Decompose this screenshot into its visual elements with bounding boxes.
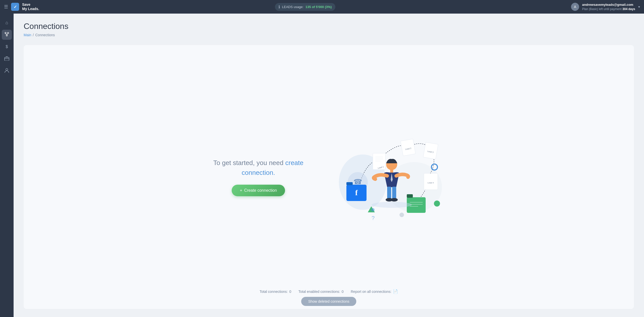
- svg-text:?: ?: [372, 215, 375, 221]
- create-btn-label: Create connection: [244, 188, 277, 193]
- plus-icon: +: [240, 188, 242, 193]
- svg-point-8: [339, 154, 387, 210]
- info-icon: ℹ: [278, 5, 280, 9]
- hamburger-icon[interactable]: ☰: [4, 4, 8, 10]
- svg-text:f: f: [355, 188, 358, 197]
- breadcrumb: Main / Connections: [24, 33, 634, 37]
- svg-point-14: [348, 172, 368, 192]
- main-card: To get started, you need create connecti…: [24, 45, 634, 309]
- usage-label: LEADS usage:: [282, 5, 303, 9]
- svg-point-1: [8, 32, 9, 33]
- svg-text:Lead 2: Lead 2: [405, 147, 412, 150]
- svg-text:Lead 3: Lead 3: [427, 150, 434, 153]
- app-layout: ⌂ $: [0, 14, 644, 317]
- svg-point-0: [5, 32, 6, 33]
- sidebar-item-connections[interactable]: [2, 30, 12, 40]
- svg-text:Lead 4: Lead 4: [428, 182, 434, 184]
- show-deleted-container: Show deleted connections: [301, 293, 356, 306]
- cta-prefix: To get started, you need: [213, 159, 284, 167]
- svg-rect-26: [423, 142, 438, 159]
- navbar-center: ℹ LEADS usage: 135 of 5'000 (3%): [275, 3, 335, 11]
- logo-check-icon: ✓: [14, 5, 17, 9]
- svg-point-41: [386, 198, 393, 202]
- avatar: A: [571, 3, 579, 11]
- logo-text: Save My Leads.: [22, 3, 39, 11]
- svg-point-7: [6, 68, 8, 70]
- svg-marker-45: [368, 206, 375, 212]
- svg-text:Lead 1: Lead 1: [378, 165, 384, 169]
- svg-rect-39: [387, 187, 391, 199]
- svg-text:☎: ☎: [353, 178, 362, 186]
- arc-svg: ☎ f Lead 1 Lead 2: [324, 129, 445, 225]
- home-icon: ⌂: [6, 20, 8, 25]
- svg-marker-38: [391, 173, 393, 182]
- logo-line2: My Leads.: [22, 7, 39, 11]
- connections-icon: [4, 32, 9, 38]
- svg-point-42: [391, 198, 398, 202]
- sidebar-item-profile[interactable]: [2, 66, 12, 76]
- svg-rect-37: [387, 173, 396, 187]
- svg-point-49: [372, 202, 412, 208]
- svg-rect-17: [346, 182, 353, 185]
- svg-rect-24: [400, 139, 416, 156]
- show-deleted-button[interactable]: Show deleted connections: [301, 297, 356, 306]
- svg-marker-13: [416, 200, 419, 202]
- sidebar-item-tasks[interactable]: [2, 54, 12, 64]
- svg-rect-40: [392, 187, 396, 199]
- breadcrumb-separator: /: [33, 33, 34, 37]
- navbar-right: A andrewsavemyleads@gmail.com Plan |Basi…: [571, 3, 640, 11]
- svg-point-43: [431, 164, 437, 170]
- card-inner: To get started, you need create connecti…: [190, 129, 467, 225]
- sidebar-item-billing[interactable]: $: [2, 42, 12, 52]
- svg-rect-16: [346, 185, 367, 201]
- breadcrumb-main-link[interactable]: Main: [24, 33, 31, 37]
- main-content: Connections Main / Connections To get st…: [14, 14, 644, 317]
- user-info: andrewsavemyleads@gmail.com Plan |Basic|…: [582, 3, 635, 11]
- svg-point-46: [371, 208, 375, 212]
- user-icon: [5, 68, 9, 74]
- svg-point-9: [387, 162, 442, 212]
- svg-marker-11: [403, 144, 405, 147]
- svg-rect-36: [390, 170, 393, 173]
- sidebar: ⌂ $: [0, 14, 14, 317]
- user-email: andrewsavemyleads@gmail.com: [582, 3, 635, 7]
- svg-rect-19: [373, 153, 385, 170]
- svg-point-35: [386, 159, 397, 170]
- svg-line-3: [6, 33, 7, 35]
- usage-value: 135 of 5'000 (3%): [305, 5, 332, 9]
- logo-box: ✓: [11, 3, 19, 11]
- svg-line-4: [7, 33, 8, 35]
- svg-point-2: [6, 35, 8, 36]
- sidebar-item-home[interactable]: ⌂: [2, 18, 12, 28]
- dollar-icon: $: [6, 45, 8, 49]
- user-plan: Plan |Basic| left until payment 304 days: [582, 7, 635, 11]
- svg-rect-28: [424, 173, 438, 190]
- chevron-down-icon[interactable]: ▾: [638, 5, 640, 9]
- leads-usage-box: ℹ LEADS usage: 135 of 5'000 (3%): [275, 3, 335, 11]
- svg-marker-12: [428, 174, 431, 176]
- cta-text: To get started, you need create connecti…: [213, 158, 304, 178]
- logo-line1: Save: [22, 3, 39, 7]
- total-connections-value: 0: [289, 290, 291, 294]
- report-icon[interactable]: 📄: [393, 289, 398, 294]
- page-title: Connections: [24, 22, 634, 31]
- report-label: Report on all connections:: [351, 290, 391, 294]
- briefcase-icon: [4, 56, 9, 62]
- create-connection-button[interactable]: + Create connection: [232, 185, 285, 196]
- svg-rect-30: [407, 197, 426, 213]
- illustration: ☎ f Lead 1 Lead 2: [324, 129, 445, 225]
- svg-rect-31: [407, 194, 413, 198]
- svg-marker-10: [378, 157, 380, 160]
- total-connections-label: Total connections:: [260, 290, 288, 294]
- svg-point-44: [434, 201, 440, 207]
- cta-section: To get started, you need create connecti…: [213, 158, 304, 196]
- navbar-left: ☰ ✓ Save My Leads.: [4, 3, 39, 11]
- svg-point-47: [399, 213, 404, 217]
- svg-rect-5: [5, 57, 9, 61]
- breadcrumb-current: Connections: [35, 33, 55, 37]
- navbar: ☰ ✓ Save My Leads. ℹ LEADS usage: 135 of…: [0, 0, 644, 14]
